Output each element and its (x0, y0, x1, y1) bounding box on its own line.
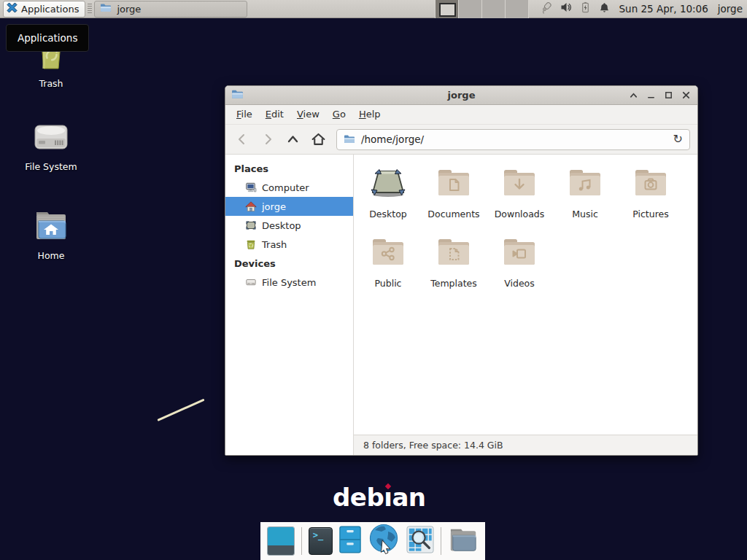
trash-icon (244, 238, 257, 251)
file-item-public[interactable]: Public (355, 231, 421, 300)
file-item-label: Music (572, 209, 598, 219)
battery-icon[interactable] (579, 1, 592, 17)
panel-user-label: jorge (718, 3, 743, 15)
computer-icon (244, 182, 257, 194)
home-button[interactable] (306, 128, 330, 151)
sidebar-item-label: Desktop (262, 220, 301, 231)
file-item-pictures[interactable]: Pictures (618, 162, 684, 230)
desktop-icon (244, 219, 257, 232)
sidebar-item-trash[interactable]: Trash (225, 235, 353, 254)
maximize-button[interactable] (663, 90, 674, 101)
sidebar-item-label: Trash (262, 239, 287, 250)
file-item-templates[interactable]: Templates (421, 231, 487, 300)
file-item-label: Pictures (632, 209, 669, 219)
debian-logo-text: an (392, 483, 425, 512)
web-browser-icon[interactable] (368, 523, 400, 559)
statusbar-text: 8 folders, Free space: 14.4 GiB (363, 440, 503, 451)
sidebar-item-computer[interactable]: Computer (225, 178, 353, 197)
menu-help[interactable]: Help (352, 105, 387, 124)
home-folder-icon (31, 209, 71, 246)
desktop: Applications jorge (0, 0, 747, 560)
back-button[interactable] (230, 128, 254, 151)
file-list: Desktop (354, 155, 697, 435)
dock-separator (301, 527, 302, 555)
system-tray (539, 1, 611, 18)
menu-go[interactable]: Go (326, 105, 352, 124)
menubar: File Edit View Go Help (225, 105, 697, 125)
sidebar-item-desktop[interactable]: Desktop (225, 216, 353, 235)
folder-pictures-icon (633, 165, 668, 198)
taskbar-window-button[interactable]: jorge (94, 1, 247, 18)
hard-drive-icon (29, 120, 73, 158)
folder-videos-icon (502, 234, 537, 268)
sidebar-item-label: Computer (262, 182, 309, 193)
debian-logo-i: ı (384, 483, 392, 512)
file-item-documents[interactable]: Documents (421, 162, 487, 230)
workspace-switcher (435, 0, 529, 18)
file-item-label: Templates (430, 278, 477, 289)
shade-button[interactable] (628, 90, 639, 101)
window-titlebar[interactable]: jorge (225, 86, 697, 105)
workspace-3[interactable] (482, 0, 506, 18)
sidebar: Places Computer jorge (225, 155, 354, 455)
user-home-icon (244, 201, 257, 213)
desktop-special-icon (370, 165, 406, 198)
workspace-1[interactable] (436, 0, 459, 18)
directory-menu-icon[interactable] (448, 526, 479, 556)
file-item-music[interactable]: Music (552, 162, 618, 230)
menu-edit[interactable]: Edit (259, 105, 290, 124)
panel-clock[interactable]: Sun 25 Apr, 10:06 (619, 3, 708, 15)
application-finder-icon[interactable] (406, 526, 434, 556)
menu-view[interactable]: View (290, 105, 326, 124)
path-input[interactable]: /home/jorge/ (361, 133, 667, 145)
terminal-icon[interactable]: >_ (309, 527, 333, 555)
desktop-icon-home[interactable]: Home (6, 209, 96, 261)
file-item-desktop[interactable]: Desktop (355, 162, 421, 230)
wallpaper-line-artifact (157, 399, 204, 421)
input-device-icon[interactable] (539, 1, 553, 18)
file-item-label: Desktop (369, 209, 407, 219)
workspace-window-miniature (439, 3, 456, 17)
folder-documents-icon (436, 165, 471, 198)
hard-drive-icon (244, 276, 257, 289)
xfce-logo-icon (7, 2, 18, 15)
desktop-icon-file-system[interactable]: File System (6, 120, 96, 172)
up-button[interactable] (281, 128, 305, 151)
show-desktop-icon[interactable] (267, 526, 295, 556)
file-cabinet-icon[interactable] (339, 526, 361, 556)
minimize-button[interactable] (646, 90, 657, 101)
menu-file[interactable]: File (230, 105, 259, 124)
folder-public-icon (371, 234, 406, 268)
file-item-label: Videos (504, 278, 535, 289)
file-manager-window: jorge File Edit View Go Help (225, 85, 698, 456)
close-button[interactable] (681, 90, 692, 101)
notification-bell-icon[interactable] (598, 1, 611, 17)
path-folder-icon (344, 133, 355, 147)
sidebar-places-header: Places (225, 159, 353, 178)
workspace-4[interactable] (506, 0, 529, 18)
sidebar-devices-header: Devices (225, 254, 353, 273)
reload-icon[interactable]: ↻ (673, 133, 683, 145)
file-item-label: Downloads (495, 209, 545, 219)
file-item-downloads[interactable]: Downloads (487, 162, 552, 230)
folder-icon (100, 3, 112, 15)
file-item-videos[interactable]: Videos (487, 231, 552, 300)
file-item-label: Documents (427, 209, 479, 219)
workspace-2[interactable] (459, 0, 482, 18)
panel-handle[interactable] (88, 4, 92, 15)
applications-menu-label: Applications (21, 4, 79, 15)
path-bar[interactable]: /home/jorge/ ↻ (336, 129, 690, 150)
main-panel: Desktop (354, 155, 697, 455)
debian-logo-text: deb (333, 483, 384, 512)
sidebar-item-jorge[interactable]: jorge (225, 197, 353, 216)
dock-separator (441, 527, 441, 555)
sidebar-item-label: jorge (262, 201, 286, 212)
sidebar-item-file-system[interactable]: File System (225, 273, 353, 292)
taskbar-window-label: jorge (117, 4, 141, 15)
window-title: jorge (225, 90, 697, 101)
applications-menu-button[interactable]: Applications (3, 1, 85, 18)
forward-button[interactable] (255, 128, 279, 151)
volume-icon[interactable] (560, 1, 573, 17)
statusbar: 8 folders, Free space: 14.4 GiB (354, 435, 697, 455)
window-controls (628, 90, 692, 101)
